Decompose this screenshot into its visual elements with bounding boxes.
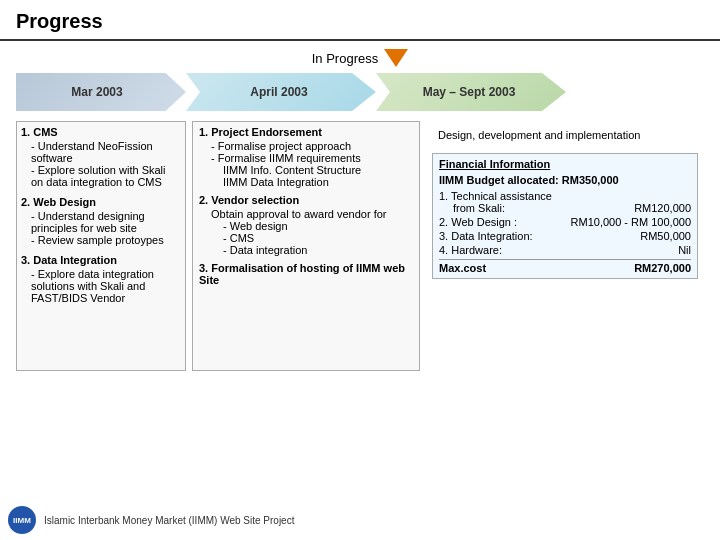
mid-section-3: 3. Formalisation of hosting of IIMM web … xyxy=(199,262,413,286)
fin-item-4: 4. Hardware: Nil xyxy=(439,244,691,256)
financial-title: Financial Information xyxy=(439,158,691,170)
middle-column: 1. Project Endorsement - Formalise proje… xyxy=(192,121,420,371)
fin-item-3-value: RM50,000 xyxy=(640,230,691,242)
mid-sub-1-3: IIMM Data Integration xyxy=(199,176,413,188)
max-cost-row: Max.cost RM270,000 xyxy=(439,259,691,274)
fin-item-1: 1. Technical assistance from Skali: RM12… xyxy=(439,190,691,214)
max-cost-label: Max.cost xyxy=(439,262,486,274)
design-box: Design, development and implementation xyxy=(432,125,698,145)
mid-sub-2-0: Obtain approval to award vendor for xyxy=(199,208,413,220)
content-row: 1. CMS - Understand NeoFission software … xyxy=(16,121,704,371)
footer-text: Islamic Interbank Money Market (IIMM) We… xyxy=(44,515,294,526)
down-arrow-icon xyxy=(384,49,408,67)
left-item-1-sub-1: - Explore solution with Skali on data in… xyxy=(21,164,179,188)
fin-item-2-value: RM10,000 - RM 100,000 xyxy=(571,216,691,228)
mid-section-1: 1. Project Endorsement - Formalise proje… xyxy=(199,126,413,188)
mid-sub-2-1: - Web design xyxy=(199,220,413,232)
budget-line: IIMM Budget allocated: RM350,000 xyxy=(439,174,691,186)
mid-section-2: 2. Vendor selection Obtain approval to a… xyxy=(199,194,413,256)
fin-item-1-sub-label: from Skali: xyxy=(453,202,505,214)
footer: IIMM Islamic Interbank Money Market (IIM… xyxy=(8,506,294,534)
mid-sub-1-2: IIMM Info. Content Structure xyxy=(199,164,413,176)
left-item-2-title: 2. Web Design xyxy=(21,196,179,208)
design-text: Design, development and implementation xyxy=(438,129,640,141)
left-item-1-title: 1. CMS xyxy=(21,126,179,138)
fin-item-2: 2. Web Design : RM10,000 - RM 100,000 xyxy=(439,216,691,228)
left-item-2-sub-1: - Review sample protoypes xyxy=(21,234,179,246)
mid-sub-1-0: - Formalise project approach xyxy=(199,140,413,152)
mid-title-2: 2. Vendor selection xyxy=(199,194,413,206)
mid-sub-2-3: - Data integration xyxy=(199,244,413,256)
fin-item-3: 3. Data Integration: RM50,000 xyxy=(439,230,691,242)
mid-title-3: 3. Formalisation of hosting of IIMM web … xyxy=(199,262,413,286)
timeline-step-mar: Mar 2003 xyxy=(16,73,186,111)
left-item-2: 2. Web Design - Understand designing pri… xyxy=(21,196,179,246)
left-item-1-sub-0: - Understand NeoFission software xyxy=(21,140,179,164)
left-item-2-sub-0: - Understand designing principles for we… xyxy=(21,210,179,234)
page-title: Progress xyxy=(0,0,720,41)
timeline-step-april: April 2003 xyxy=(176,73,376,111)
mid-sub-1-1: - Formalise IIMM requirements xyxy=(199,152,413,164)
financial-box: Financial Information IIMM Budget alloca… xyxy=(432,153,698,279)
mid-title-1: 1. Project Endorsement xyxy=(199,126,413,138)
left-item-3-sub-0: - Explore data integration solutions wit… xyxy=(21,268,179,304)
timeline-row: Mar 2003 April 2003 May – Sept 2003 xyxy=(16,73,704,111)
right-column: Design, development and implementation F… xyxy=(426,121,704,283)
footer-logo: IIMM xyxy=(8,506,36,534)
fin-item-1-sub-value: RM120,000 xyxy=(634,202,691,214)
timeline-step-may: May – Sept 2003 xyxy=(366,73,566,111)
fin-item-4-value: Nil xyxy=(678,244,691,256)
left-item-3: 3. Data Integration - Explore data integ… xyxy=(21,254,179,304)
max-cost-value: RM270,000 xyxy=(634,262,691,274)
left-item-1: 1. CMS - Understand NeoFission software … xyxy=(21,126,179,188)
left-item-3-title: 3. Data Integration xyxy=(21,254,179,266)
left-column: 1. CMS - Understand NeoFission software … xyxy=(16,121,186,371)
in-progress-label: In Progress xyxy=(312,51,378,66)
mid-sub-2-2: - CMS xyxy=(199,232,413,244)
